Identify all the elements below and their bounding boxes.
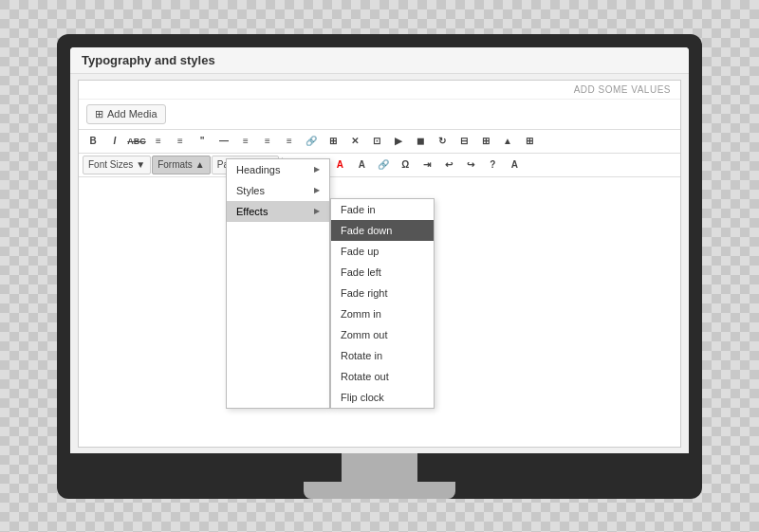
- effect-zoom-out[interactable]: Zomm out: [331, 324, 434, 345]
- font-button[interactable]: A: [504, 156, 525, 174]
- italic-button[interactable]: I: [104, 132, 125, 151]
- menu-item-headings[interactable]: Headings ▶: [227, 159, 329, 180]
- effects-label: Effects: [236, 206, 268, 217]
- strikethrough-button[interactable]: ABC: [126, 132, 147, 151]
- rotate-in-label: Rotate in: [341, 350, 382, 361]
- menu-item-effects[interactable]: Effects ▶: [227, 201, 329, 222]
- monitor-stand-base: [304, 482, 455, 499]
- link-button[interactable]: 🔗: [301, 132, 322, 151]
- formats-arrow: ▲: [195, 159, 205, 170]
- fade-down-label: Fade down: [341, 225, 392, 236]
- effects-submenu: Fade in Fade down Fade up Fade left Fade: [330, 198, 435, 409]
- redo-button[interactable]: ↪: [460, 156, 481, 174]
- effect-flip-clock[interactable]: Flip clock: [331, 387, 434, 408]
- ordered-list-button[interactable]: ≡: [170, 132, 191, 151]
- font-sizes-arrow: ▼: [136, 159, 145, 170]
- effect-rotate-in[interactable]: Rotate in: [331, 345, 434, 366]
- fade-left-label: Fade left: [341, 266, 381, 278]
- special3-button[interactable]: ⊞: [475, 132, 496, 151]
- dropdown-container: Headings ▶ Styles ▶ Effects ▶: [226, 158, 435, 409]
- insert-table-button[interactable]: ⊞: [323, 132, 343, 151]
- zoom-out-label: Zomm out: [341, 329, 388, 340]
- special1-button[interactable]: ↻: [432, 132, 453, 151]
- media-button[interactable]: ◼: [410, 132, 431, 151]
- add-media-button[interactable]: ⊞ Add Media: [86, 104, 166, 124]
- page-title: Typography and styles: [82, 53, 215, 67]
- help-button[interactable]: ?: [482, 156, 503, 174]
- align-left-button[interactable]: ≡: [235, 132, 256, 151]
- add-media-icon: ⊞: [95, 108, 103, 120]
- toolbar-row1: B I ABC ≡ ≡ " — ≡ ≡ ≡ 🔗 ⊞ ✕ ⊡ ▶ ◼ ↻: [79, 130, 680, 154]
- font-sizes-label: Font Sizes: [88, 159, 133, 170]
- screen-content: Typography and styles ADD SOME VALUES ⊞ …: [70, 47, 689, 453]
- headings-label: Headings: [236, 164, 280, 175]
- undo-button[interactable]: ↩: [438, 156, 459, 174]
- effects-arrow: ▶: [314, 207, 320, 215]
- bold-button[interactable]: B: [83, 132, 103, 151]
- add-media-label: Add Media: [107, 108, 157, 119]
- align-right-button[interactable]: ≡: [279, 132, 300, 151]
- rotate-out-label: Rotate out: [341, 371, 389, 382]
- unordered-list-button[interactable]: ≡: [148, 132, 169, 151]
- add-media-bar: ⊞ Add Media: [79, 100, 680, 130]
- menu-item-styles[interactable]: Styles ▶: [227, 180, 329, 201]
- embed-button[interactable]: ⊡: [366, 132, 387, 151]
- add-values-bar: ADD SOME VALUES: [79, 81, 680, 100]
- play-button[interactable]: ▶: [388, 132, 409, 151]
- special2-button[interactable]: ⊟: [454, 132, 474, 151]
- formats-menu: Headings ▶ Styles ▶ Effects ▶: [226, 158, 330, 409]
- blockquote-button[interactable]: ": [192, 132, 213, 151]
- effect-fade-right[interactable]: Fade right: [331, 283, 434, 303]
- zoom-in-label: Zomm in: [341, 308, 381, 320]
- horizontal-rule-button[interactable]: —: [213, 132, 234, 151]
- monitor-screen: Typography and styles ADD SOME VALUES ⊞ …: [70, 47, 689, 453]
- fade-up-label: Fade up: [341, 246, 379, 257]
- monitor: Typography and styles ADD SOME VALUES ⊞ …: [57, 34, 702, 499]
- up-button[interactable]: ▲: [497, 132, 518, 151]
- editor-wrapper: ADD SOME VALUES ⊞ Add Media B I ABC ≡ ≡: [78, 80, 681, 448]
- monitor-stand-neck: [342, 453, 417, 482]
- effect-fade-left[interactable]: Fade left: [331, 262, 434, 283]
- headings-arrow: ▶: [314, 165, 320, 174]
- flip-clock-label: Flip clock: [341, 392, 384, 403]
- formats-label: Formats: [157, 159, 193, 170]
- grid-button[interactable]: ⊞: [519, 132, 540, 151]
- delete-button[interactable]: ✕: [344, 132, 365, 151]
- effect-rotate-out[interactable]: Rotate out: [331, 366, 434, 387]
- formats-dropdown[interactable]: Formats ▲: [152, 156, 211, 174]
- align-center-button[interactable]: ≡: [257, 132, 278, 151]
- font-sizes-dropdown[interactable]: Font Sizes ▼: [83, 156, 151, 174]
- effect-zoom-in[interactable]: Zomm in: [331, 303, 434, 324]
- fade-right-label: Fade right: [341, 287, 388, 299]
- styles-arrow: ▶: [314, 186, 320, 194]
- effect-fade-in[interactable]: Fade in: [331, 199, 434, 220]
- styles-label: Styles: [236, 185, 265, 196]
- add-values-label: ADD SOME VALUES: [574, 84, 671, 95]
- title-bar: Typography and styles: [70, 47, 689, 74]
- fade-in-label: Fade in: [341, 204, 376, 215]
- effect-fade-up[interactable]: Fade up: [331, 241, 434, 262]
- effect-fade-down[interactable]: Fade down: [331, 220, 434, 241]
